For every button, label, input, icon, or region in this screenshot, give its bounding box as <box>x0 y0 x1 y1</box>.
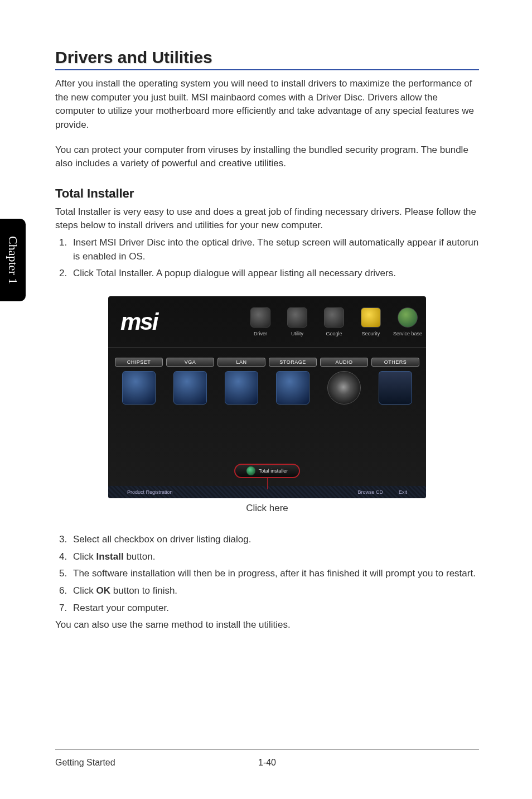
exit-link[interactable]: Exit <box>399 489 407 495</box>
step-item: Click Install button. <box>70 550 479 564</box>
norton-icon <box>361 307 381 328</box>
globe-icon <box>225 371 258 405</box>
step-text: button to finish. <box>110 585 177 596</box>
category-label: AUDIO <box>320 358 368 367</box>
closing-paragraph: You can also use the same method to inst… <box>55 618 479 632</box>
storage-icon <box>276 371 309 405</box>
msi-logo: msi <box>120 309 157 335</box>
step-item: Select all checkbox on driver listing di… <box>70 533 479 547</box>
installer-topnav: Driver Utility Google Security Service b… <box>242 307 426 336</box>
step-bold: OK <box>96 585 111 596</box>
footer-section: Getting Started <box>55 758 115 768</box>
topnav-label: Security <box>352 331 389 336</box>
browse-cd-link[interactable]: Browse CD <box>357 489 383 495</box>
step-item: Restart your computer. <box>70 601 479 615</box>
chapter-tab-label: Chapter 1 <box>6 236 20 284</box>
category-chipset[interactable]: CHIPSET <box>115 358 163 405</box>
steps-list-2: Select all checkbox on driver listing di… <box>55 533 479 615</box>
step-bold: Install <box>96 551 124 562</box>
google-icon <box>324 307 344 328</box>
step-item: Insert MSI Driver Disc into the optical … <box>70 236 479 263</box>
topnav-service[interactable]: Service base <box>389 307 426 336</box>
click-here-caption: Click here <box>55 503 479 514</box>
handshake-icon <box>398 307 418 328</box>
category-label: VGA <box>166 358 214 367</box>
category-label: STORAGE <box>269 358 317 367</box>
chapter-tab: Chapter 1 <box>0 219 26 301</box>
topnav-label: Google <box>316 331 352 336</box>
category-storage[interactable]: STORAGE <box>269 358 317 405</box>
product-registration-link[interactable]: Product Registration <box>127 489 173 495</box>
category-others[interactable]: OTHERS <box>371 358 419 405</box>
speaker-icon <box>327 371 361 405</box>
intro-paragraph-2: You can protect your computer from virus… <box>55 143 479 171</box>
chipset-icon <box>122 371 156 405</box>
briefcase-icon <box>379 371 412 405</box>
installer-topbar: msi Driver Utility Google Security <box>108 296 426 348</box>
subsection-intro: Total Installer is very easy to use and … <box>55 205 479 233</box>
topnav-label: Service base <box>389 331 426 336</box>
step-text: button. <box>124 551 156 562</box>
page-content: Drivers and Utilities After you install … <box>55 48 479 632</box>
topnav-security[interactable]: Security <box>352 307 389 336</box>
topnav-utility[interactable]: Utility <box>279 307 316 336</box>
step-item: Click Total Installer. A popup dialogue … <box>70 267 479 281</box>
intro-paragraph-1: After you install the operating system y… <box>55 77 479 132</box>
step-item: Click OK button to finish. <box>70 584 479 598</box>
category-label: LAN <box>217 358 265 367</box>
installer-screenshot: msi Driver Utility Google Security <box>108 296 426 498</box>
topnav-label: Driver <box>242 331 279 336</box>
category-label: CHIPSET <box>115 358 163 367</box>
vga-icon <box>173 371 207 405</box>
gear-icon <box>250 307 270 328</box>
topnav-google[interactable]: Google <box>316 307 352 336</box>
category-label: OTHERS <box>371 358 419 367</box>
page-footer: Getting Started 1-40 <box>55 749 479 768</box>
category-vga[interactable]: VGA <box>166 358 214 405</box>
subsection-title: Total Installer <box>55 186 479 201</box>
installer-categories: CHIPSET VGA LAN STORAGE AUDIO OTHERS <box>108 348 426 405</box>
footer-page-number: 1-40 <box>258 758 276 768</box>
steps-list-1: Insert MSI Driver Disc into the optical … <box>55 236 479 281</box>
category-lan[interactable]: LAN <box>217 358 265 405</box>
callout-line <box>267 478 268 489</box>
step-text: Click <box>73 551 96 562</box>
category-audio[interactable]: AUDIO <box>320 358 368 405</box>
disc-icon <box>246 466 255 475</box>
step-text: Click <box>73 585 96 596</box>
topnav-label: Utility <box>279 331 316 336</box>
wrench-icon <box>287 307 307 328</box>
total-installer-label: Total installer <box>259 468 288 474</box>
section-title: Drivers and Utilities <box>55 48 479 70</box>
step-item: The software installation will then be i… <box>70 567 479 581</box>
topnav-driver[interactable]: Driver <box>242 307 279 336</box>
total-installer-button[interactable]: Total installer <box>234 464 300 478</box>
